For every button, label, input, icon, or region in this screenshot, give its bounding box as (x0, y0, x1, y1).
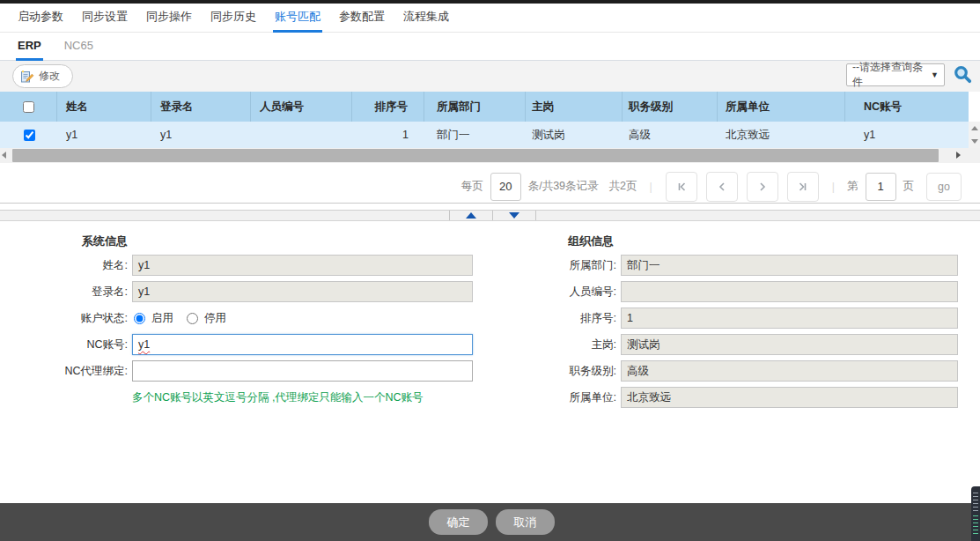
toolbar-right-group: --请选择查询条件 ▼ (846, 63, 973, 86)
horizontal-scrollbar[interactable] (0, 148, 969, 163)
splitter-bar[interactable] (0, 210, 980, 221)
form-row: 主岗:测试岗 (0, 334, 980, 355)
column-header: 人员编号 (251, 92, 352, 122)
field-label: 排序号: (493, 308, 616, 329)
search-icon (953, 64, 973, 85)
sub-tab-bar: ERPNC65 (0, 33, 980, 61)
scrollbar-corner (969, 148, 980, 163)
page-suffix-label: 页 (903, 179, 915, 194)
dropdown-arrow-icon: ▼ (931, 70, 939, 79)
row-cell: y1 (845, 122, 969, 148)
prev-page-button[interactable] (706, 172, 738, 202)
page-size-input[interactable]: 20 (490, 173, 521, 201)
horizontal-scroll-thumb[interactable] (12, 149, 939, 162)
main-tab[interactable]: 启动参数 (16, 4, 65, 33)
total-pages-text: 共2页 (609, 179, 637, 194)
last-page-button[interactable] (787, 172, 819, 202)
field-label: 主岗: (493, 334, 616, 355)
modify-button[interactable]: 修改 (12, 64, 73, 88)
scroll-left-icon[interactable] (2, 152, 6, 159)
system-info-heading: 系统信息 (82, 233, 128, 249)
query-condition-select[interactable]: --请选择查询条件 ▼ (846, 63, 945, 86)
main-tab[interactable]: 账号匹配 (273, 4, 322, 33)
nc-account-hint: 多个NC账号以英文逗号分隔 ,代理绑定只能输入一个NC账号 (132, 390, 424, 405)
form-row: 所属部门:部门一 (0, 255, 980, 276)
main-post-field: 测试岗 (621, 334, 958, 355)
expand-down-icon (509, 212, 519, 219)
pagination-separator: | (832, 181, 835, 193)
edit-icon (20, 70, 34, 84)
go-button[interactable]: go (926, 173, 962, 201)
scroll-right-icon[interactable] (956, 152, 961, 159)
page-prefix-label: 第 (847, 179, 858, 194)
select-all-cell (0, 92, 57, 122)
toolbar: 修改 --请选择查询条件 ▼ (0, 61, 980, 92)
row-cell: y1 (57, 122, 151, 148)
sub-tab[interactable]: NC65 (63, 33, 95, 61)
column-header: 姓名 (57, 92, 151, 122)
query-condition-value: --请选择查询条件 (852, 60, 931, 90)
first-page-button[interactable] (666, 172, 697, 202)
sub-tab[interactable]: ERP (16, 33, 43, 61)
org-info-heading: 组织信息 (568, 233, 614, 249)
form-row: 排序号:1 (0, 308, 980, 329)
department-field: 部门一 (621, 255, 958, 276)
row-cell: y1 (151, 122, 251, 148)
search-button[interactable] (952, 64, 973, 85)
job-level-field: 高级 (621, 360, 958, 382)
next-page-button[interactable] (747, 172, 778, 202)
row-checkbox-cell (0, 122, 57, 148)
footer-bar: 确定 取消 (0, 503, 980, 541)
select-all-checkbox[interactable] (23, 101, 34, 113)
main-tab[interactable]: 参数配置 (337, 4, 387, 33)
last-page-icon (797, 181, 809, 193)
main-tab-bar: 启动参数同步设置同步操作同步历史账号匹配参数配置流程集成 (0, 4, 980, 33)
records-count-text: 条/共39条记录 (528, 179, 599, 194)
main-tab[interactable]: 同步操作 (144, 4, 194, 33)
detail-form: 系统信息 组织信息 姓名:y1登录名:y1账户状态:启用停用NC账号:y1NC代… (0, 221, 980, 503)
scroll-down-button[interactable] (969, 135, 980, 148)
field-label: 人员编号: (493, 281, 616, 302)
field-label: 所属部门: (493, 255, 616, 276)
column-header: 职务级别 (623, 92, 718, 122)
column-header: 所属部门 (424, 92, 526, 122)
confirm-button[interactable]: 确定 (429, 509, 488, 535)
form-row: 人员编号: (0, 281, 980, 302)
pagination-bar: 每页 20 条/共39条记录 共2页 | | 第 1 页 go (0, 170, 980, 204)
scroll-up-button[interactable] (969, 122, 980, 135)
column-header: 主岗 (526, 92, 623, 122)
main-tab[interactable]: 同步历史 (209, 4, 258, 33)
collapse-up-button[interactable] (449, 211, 493, 220)
sort-number-field: 1 (621, 308, 958, 329)
field-label: 职务级别: (493, 360, 616, 382)
column-header: 所属单位 (718, 92, 845, 122)
pagination-separator: | (650, 181, 652, 193)
per-page-label: 每页 (461, 179, 483, 194)
main-tab[interactable]: 同步设置 (80, 4, 129, 33)
row-cell: 测试岗 (526, 122, 623, 148)
corner-widget-stripes (973, 493, 978, 514)
organization-field: 北京致远 (621, 387, 958, 408)
vertical-scrollbar[interactable] (969, 122, 980, 148)
corner-widget-stripes-green (973, 515, 978, 537)
page-number-input[interactable]: 1 (866, 173, 896, 201)
row-cell: 高级 (623, 122, 718, 148)
prev-page-icon (716, 181, 728, 193)
row-cell: 北京致远 (718, 122, 845, 148)
scroll-up-icon (971, 126, 978, 130)
collapse-up-icon (466, 212, 476, 219)
scroll-down-icon (971, 139, 978, 144)
column-header: NC账号 (845, 92, 969, 122)
modify-button-label: 修改 (39, 69, 60, 84)
form-row: 职务级别:高级 (0, 360, 980, 382)
next-page-icon (756, 181, 769, 193)
expand-down-button[interactable] (492, 211, 536, 220)
row-cell (251, 122, 352, 148)
cancel-button[interactable]: 取消 (496, 509, 555, 535)
table-row[interactable]: y1y11部门一测试岗高级北京致远y1 (0, 122, 969, 148)
first-page-icon (675, 181, 688, 193)
main-tab[interactable]: 流程集成 (402, 4, 451, 33)
corner-widget (971, 486, 980, 541)
row-checkbox[interactable] (24, 130, 35, 141)
row-cell: 1 (352, 122, 424, 148)
